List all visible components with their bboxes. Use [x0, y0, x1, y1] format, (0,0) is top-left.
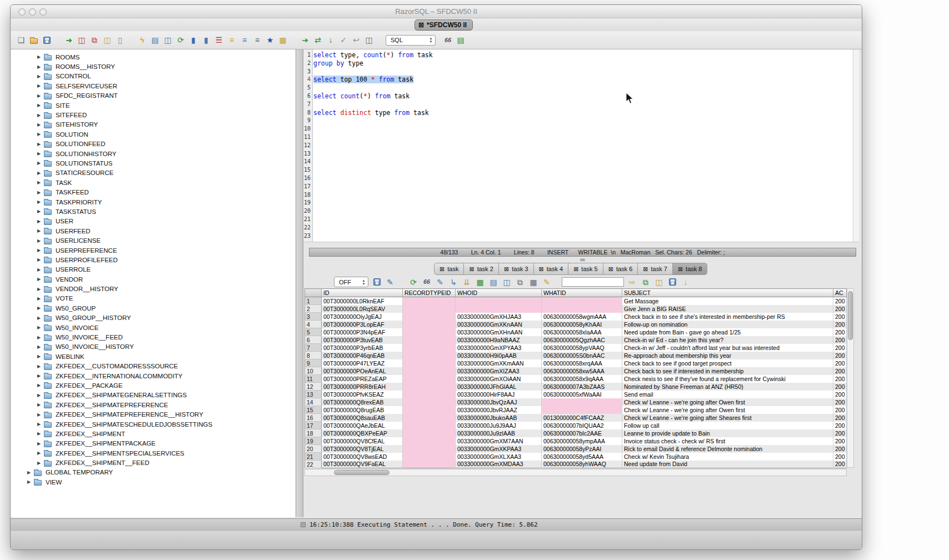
tree-node-sitehistory[interactable]: ▶SITEHISTORY [11, 120, 296, 129]
results-tab-task-7[interactable]: ⊠task 7 [638, 263, 673, 275]
open-file-icon[interactable] [29, 35, 39, 45]
cell[interactable]: 006300000058yPzAAI [542, 445, 622, 453]
import-data-icon[interactable]: ≡ [239, 35, 249, 45]
expander-icon[interactable]: ▶ [26, 470, 32, 475]
cell[interactable]: 200 [833, 429, 847, 437]
code-line-18[interactable] [313, 191, 852, 199]
cell[interactable]: 006300000058yKhAAI [542, 321, 622, 328]
cell[interactable] [403, 391, 456, 398]
tab-close-icon[interactable]: ⊠ [539, 266, 544, 272]
statement-type-select[interactable]: SQL▲▼ [386, 35, 436, 46]
connect-icon[interactable]: ➜ [64, 35, 74, 45]
schema-browser-icon[interactable]: ▤ [150, 35, 160, 45]
splitter-grip[interactable] [580, 258, 585, 261]
cell[interactable]: 00T3000000QV8TjEAL [322, 445, 403, 453]
tree-node-userrole[interactable]: ▶USERROLE [11, 265, 296, 274]
cell[interactable]: 0033000000JbvQzAAJ [456, 398, 542, 406]
cell[interactable]: 200 [833, 375, 847, 383]
cell[interactable]: 00T3000000P3LopEAF [322, 321, 403, 328]
cell[interactable]: Check-in w/ Ed - can he join this year? [622, 336, 833, 344]
cell[interactable]: 0033000000H9i0pAAB [456, 352, 542, 359]
expander-icon[interactable]: ▶ [36, 402, 42, 407]
row-number[interactable]: 17 [305, 422, 322, 429]
tree-node-zkfedex-internationalcommodity[interactable]: ▶ZKFEDEX__INTERNATIONALCOMMODITY [11, 371, 296, 381]
cell[interactable]: 0033000000GmXOiAAN [456, 375, 542, 383]
cell[interactable]: 006300000058xrqAAA [542, 359, 622, 367]
code-line-4[interactable]: select top 100 * from task [313, 76, 852, 84]
expander-icon[interactable]: ▶ [36, 161, 42, 166]
tree-node-zkfedex-shipment[interactable]: ▶ZKFEDEX__SHIPMENT [11, 429, 296, 438]
cell[interactable]: 00T3000000QV8wsEAD [322, 453, 403, 461]
cell[interactable] [403, 305, 456, 313]
code-line-11[interactable] [313, 133, 852, 142]
execute-lightning-icon[interactable]: ϟ [137, 35, 147, 45]
cell[interactable] [403, 313, 456, 321]
tab-close-icon[interactable]: ⊠ [608, 266, 613, 272]
expander-icon[interactable]: ▶ [36, 431, 42, 436]
tab-close-icon[interactable]: ⊠ [504, 266, 509, 272]
code-line-8[interactable]: select distinct type from task [313, 109, 852, 117]
expander-icon[interactable]: ▶ [36, 412, 42, 417]
cell[interactable]: 200 [833, 461, 847, 468]
edit-list-icon[interactable]: ≡ [252, 35, 262, 45]
expander-icon[interactable]: ▶ [36, 461, 42, 466]
cell[interactable]: 200 [833, 297, 847, 305]
expander-icon[interactable]: ▶ [36, 64, 42, 69]
database-icon[interactable]: ▯ [115, 35, 125, 45]
download-results-icon[interactable]: ↓ [681, 277, 691, 287]
cell[interactable]: Check-in w/ Jeff - couldn't afford last … [622, 344, 833, 352]
cell[interactable]: Need update from Bain - gave go ahead 1/… [622, 328, 833, 336]
cell[interactable]: Check nexis to see if they've found a re… [622, 375, 833, 383]
expander-icon[interactable]: ▶ [36, 122, 42, 127]
cell[interactable]: 0033000000H9aNBAAZ [456, 336, 542, 344]
row-number[interactable]: 7 [305, 344, 322, 352]
cell[interactable]: Check back to see if good target prospec… [622, 359, 833, 367]
code-line-20[interactable] [313, 207, 852, 216]
cell[interactable]: 00T3000000Q8rugEAB [322, 406, 403, 414]
expander-icon[interactable]: ▶ [36, 393, 42, 398]
cell[interactable] [403, 406, 456, 414]
cell[interactable]: 00630000007bIc2AAE [542, 429, 622, 437]
cell[interactable]: 00T3000000P3tuvEAB [322, 336, 403, 344]
save-file-icon[interactable] [42, 35, 52, 45]
code-line-7[interactable] [313, 101, 852, 109]
column-header-recordtypeid[interactable]: RECORDTYPEID [403, 289, 456, 297]
cell[interactable]: 200 [833, 414, 847, 422]
code-line-15[interactable] [313, 166, 852, 174]
tree-node-sfdc-registrant[interactable]: ▶SFDC_REGISTRANT [11, 91, 296, 101]
cell[interactable] [403, 437, 456, 445]
tree-node-w50-group[interactable]: ▶W50_GROUP [11, 303, 296, 313]
tree-node-userlicense[interactable]: ▶USERLICENSE [11, 236, 296, 245]
tree-node-vote[interactable]: ▶VOTE [11, 294, 296, 303]
expander-icon[interactable]: ▶ [36, 373, 42, 378]
cell[interactable] [403, 344, 456, 352]
row-number[interactable]: 8 [305, 352, 322, 359]
expander-icon[interactable]: ▶ [36, 325, 42, 330]
cell[interactable]: 200 [833, 445, 847, 453]
tree-node-staticresource[interactable]: ▶STATICRESOURCE [11, 168, 296, 178]
tab-close-icon[interactable]: ⊠ [469, 266, 474, 272]
tree-node-w50-invoice[interactable]: ▶W50_INVOICE [11, 323, 296, 332]
cell[interactable]: 00T3000000QAeJbEAL [322, 422, 403, 429]
tree-node-global-temporary[interactable]: ▶GLOBAL TEMPORARY [11, 468, 296, 477]
grid-vscroll-thumb[interactable] [848, 291, 853, 340]
cell[interactable]: Leanne to provide update to Bain [622, 429, 833, 437]
column-settings-icon[interactable]: ▤ [488, 277, 498, 287]
cell[interactable]: 00T3000000PfvKSEAZ [322, 391, 403, 398]
cell[interactable]: Get Massage [622, 297, 833, 305]
expander-icon[interactable]: ▶ [36, 83, 42, 88]
save-table-icon[interactable] [667, 277, 677, 287]
tab-close-icon[interactable]: ⊠ [643, 266, 648, 272]
cell[interactable]: Check back in to see if she's interested… [622, 313, 833, 321]
cell[interactable]: 200 [833, 391, 847, 398]
cell[interactable]: 200 [833, 328, 847, 336]
expander-icon[interactable]: ▶ [36, 219, 42, 224]
tree-node-view[interactable]: ▶VIEW [11, 477, 296, 487]
cell[interactable]: 0033000000GmXHnAAN [456, 328, 542, 336]
cell[interactable]: Check w/ Leanne - we're going after Owen… [622, 398, 833, 406]
cell[interactable]: 00T3000000L0RqSEAV [322, 305, 403, 313]
expander-icon[interactable]: ▶ [36, 277, 42, 282]
tree-node-scontrol[interactable]: ▶SCONTROL [11, 72, 296, 81]
column-header-whatid[interactable]: WHATID [542, 289, 622, 297]
cell[interactable]: 0033000000Ju9J9AAJ [456, 422, 542, 429]
